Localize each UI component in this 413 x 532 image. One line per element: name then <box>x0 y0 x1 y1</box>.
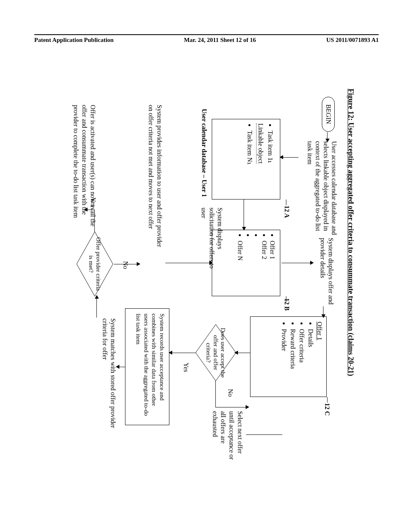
decision-criteria-met: Offer provider criteria is met? <box>77 232 113 296</box>
offer-item <box>244 241 252 293</box>
no-label: No <box>122 261 129 269</box>
figure-title: Figure 12: User accepting aggregated off… <box>346 89 355 376</box>
figure-rotated-wrapper: Figure 12: User accepting aggregated off… <box>12 125 391 431</box>
begin-node: BEGIN <box>322 97 335 132</box>
pub-number: US 2011/0071893 A1 <box>326 37 379 44</box>
arrow-head-icon <box>209 261 213 265</box>
decision-accept-offer: Does user accept the offer and offer cri… <box>196 324 236 381</box>
match-text: System matches with stored offer provide… <box>101 318 117 431</box>
date-sheet: Mar. 24, 2011 Sheet 12 of 16 <box>184 37 256 44</box>
arrow-head-icon <box>246 405 249 409</box>
offer-activated-text: Offer is activated and user(s) can now a… <box>72 105 97 234</box>
label-12c: 12 C <box>323 403 331 416</box>
arrow-line <box>327 397 327 403</box>
detail-item: Details <box>307 329 314 392</box>
detail-item: Provider <box>280 329 288 392</box>
arrow-line <box>323 306 323 315</box>
page-header: Patent Application Publication Mar. 24, … <box>34 34 379 44</box>
arrow-line <box>286 200 286 205</box>
arrow-head-icon <box>310 261 314 265</box>
provider-info-text: System provides information to user and … <box>146 105 163 254</box>
arrow-line <box>171 353 196 353</box>
display-offer-text: System displays offer and provider detai… <box>319 238 335 306</box>
arrow-line <box>215 381 216 407</box>
box-12a: Task item 1₁ Linkable object Task item N… <box>212 119 280 200</box>
arrow-line <box>244 200 244 228</box>
figure-canvas: Figure 12: User accepting aggregated off… <box>48 89 355 468</box>
detail-item: Reward criteria <box>289 329 296 392</box>
offer-item: Offer 2 <box>261 241 268 293</box>
arrow-head-icon <box>325 139 330 142</box>
box-12a-caption: User calendar database – User 1 <box>200 109 208 197</box>
offer-item: Offer N <box>236 241 244 293</box>
offer-heading: Offer 1 <box>316 322 323 340</box>
pub-label: Patent Application Publication <box>34 37 114 44</box>
arrow-line <box>96 298 97 318</box>
linkable-object: Linkable object <box>256 123 264 164</box>
task-item: Task item N₁ <box>246 131 254 195</box>
arrow-line <box>246 434 282 435</box>
arrow-line <box>282 263 311 263</box>
task-item: Task item 1₁ <box>267 131 274 195</box>
label-12a: 12 A <box>283 206 290 218</box>
arrow-line <box>165 263 210 263</box>
detail-item: Offer criteria <box>298 329 305 392</box>
arrow-line <box>286 296 286 302</box>
offer-item: Offer 1 <box>269 241 276 293</box>
arrow-line <box>119 367 125 367</box>
offer-item <box>252 241 260 293</box>
select-next-text: Select next offer until acceptance or al… <box>211 411 244 463</box>
label-12b: 12 B <box>283 298 290 311</box>
arrow-line <box>237 353 250 353</box>
no-label: No <box>227 389 234 397</box>
access-calendar-text: User accesses calendar database and sele… <box>306 141 338 238</box>
arrow-line <box>215 407 246 407</box>
box-12c: Offer 1 Details Offer criteria Reward cr… <box>250 316 327 397</box>
box-records: System records user acceptance and combi… <box>125 308 169 425</box>
arrow-head-icon <box>137 262 140 266</box>
box-12b: Offer 1 Offer 2 Offer N <box>212 230 280 296</box>
arrow-line <box>282 157 298 158</box>
yes-label: Yes <box>182 363 190 372</box>
arrow-line <box>114 264 137 264</box>
